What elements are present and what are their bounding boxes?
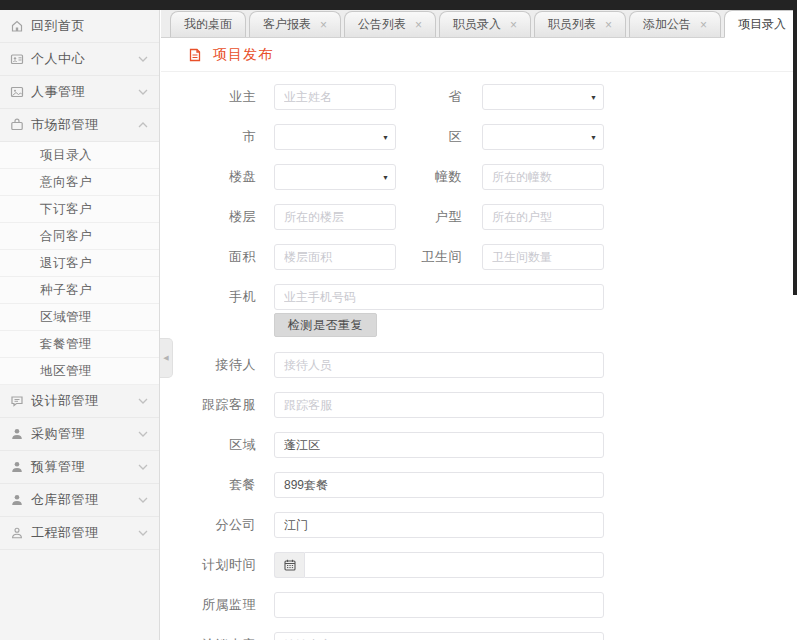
chevron-down-icon [137, 496, 149, 504]
chevron-down-icon [137, 430, 149, 438]
province-select: ▼ [482, 84, 604, 110]
negotiation-input[interactable] [274, 632, 604, 640]
province-select-control[interactable] [482, 84, 604, 110]
briefcase-icon [9, 118, 24, 133]
tab-announcement-list[interactable]: 公告列表× [344, 11, 436, 37]
owner-label: 业主 [161, 88, 274, 106]
block-label: 幢数 [396, 168, 482, 186]
building-select: ▼ [274, 164, 396, 190]
check-duplicate-button[interactable]: 检测是否重复 [274, 313, 377, 337]
branch-input[interactable] [274, 512, 604, 538]
building-select-control[interactable] [274, 164, 396, 190]
owner-input[interactable] [274, 84, 396, 110]
sidebar-item-marketing-management[interactable]: 市场部管理 [0, 109, 159, 142]
phone-input[interactable] [274, 284, 604, 310]
sidebar-item-label: 预算管理 [31, 458, 137, 476]
sidebar-item-warehouse-management[interactable]: 仓库部管理 [0, 484, 159, 517]
subitem-label: 区域管理 [40, 309, 92, 326]
form-row: 洽谈内容 [161, 632, 797, 640]
city-select-control[interactable] [274, 124, 396, 150]
sidebar-item-budget-management[interactable]: 预算管理 [0, 451, 159, 484]
tab-my-desktop[interactable]: 我的桌面 [170, 11, 246, 37]
tab-label: 客户报表 [263, 16, 311, 33]
sidebar-item-hr-management[interactable]: 人事管理 [0, 76, 159, 109]
sidebar-subitem-region-management[interactable]: 区域管理 [0, 304, 159, 331]
form-row: 手机 [161, 284, 797, 310]
sidebar-subitem-order-customer[interactable]: 下订客户 [0, 196, 159, 223]
district-select-control[interactable] [482, 124, 604, 150]
sidebar-subitem-district-management[interactable]: 地区管理 [0, 358, 159, 385]
subitem-label: 地区管理 [40, 363, 92, 380]
unit-type-input[interactable] [482, 204, 604, 230]
sidebar-item-label: 采购管理 [31, 425, 137, 443]
area-input[interactable] [274, 244, 396, 270]
close-icon[interactable]: × [415, 19, 422, 31]
phone-label: 手机 [161, 288, 274, 306]
user-icon [9, 427, 24, 442]
building-label: 楼盘 [161, 168, 274, 186]
form-row: 楼盘 ▼ 幢数 [161, 164, 797, 190]
supervisor-input[interactable] [274, 592, 604, 618]
block-input[interactable] [482, 164, 604, 190]
city-select: ▼ [274, 124, 396, 150]
sidebar-item-label: 设计部管理 [31, 392, 137, 410]
sidebar-item-label: 个人中心 [31, 50, 137, 68]
region-input[interactable] [274, 432, 604, 458]
tab-staff-list[interactable]: 职员列表× [534, 11, 626, 37]
sidebar-item-personal-center[interactable]: 个人中心 [0, 43, 159, 76]
close-icon[interactable]: × [605, 19, 612, 31]
sidebar-item-purchase-management[interactable]: 采购管理 [0, 418, 159, 451]
sidebar-subitem-intention-customer[interactable]: 意向客户 [0, 169, 159, 196]
form-row: 面积 卫生间 [161, 244, 797, 270]
chevron-down-icon [137, 529, 149, 537]
subitem-label: 下订客户 [40, 201, 92, 218]
floor-input[interactable] [274, 204, 396, 230]
plan-time-group [274, 552, 604, 578]
page-title: 项目发布 [213, 46, 273, 64]
close-icon[interactable]: × [510, 19, 517, 31]
tab-customer-report[interactable]: 客户报表× [249, 11, 341, 37]
form-row: 跟踪客服 [161, 392, 797, 418]
main-area: 我的桌面 客户报表× 公告列表× 职员录入× 职员列表× 添加公告× 项目录入×… [161, 10, 797, 640]
sidebar-item-design-management[interactable]: 设计部管理 [0, 385, 159, 418]
sidebar-subitem-seed-customer[interactable]: 种子客户 [0, 277, 159, 304]
form-row: 区域 [161, 432, 797, 458]
page-header: 项目发布 [161, 38, 797, 72]
sidebar-item-engineering-management[interactable]: 工程部管理 [0, 517, 159, 550]
tab-label: 职员列表 [548, 16, 596, 33]
sidebar-subitem-project-entry[interactable]: 项目录入 [0, 142, 159, 169]
tab-label: 职员录入 [453, 16, 501, 33]
sidebar-subitem-contract-customer[interactable]: 合同客户 [0, 223, 159, 250]
close-icon[interactable]: × [700, 19, 707, 31]
chevron-down-icon [137, 397, 149, 405]
sidebar-item-home[interactable]: 回到首页 [0, 10, 159, 43]
subitem-label: 意向客户 [40, 174, 92, 191]
form-row: 接待人 [161, 352, 797, 378]
form-row: 业主 省 ▼ [161, 84, 797, 110]
calendar-icon[interactable] [274, 552, 304, 578]
sidebar-collapse-handle[interactable]: ◀ [160, 338, 173, 378]
chevron-down-icon [137, 55, 149, 63]
negotiation-label: 洽谈内容 [161, 636, 274, 640]
sidebar-subitem-package-management[interactable]: 套餐管理 [0, 331, 159, 358]
tab-staff-entry[interactable]: 职员录入× [439, 11, 531, 37]
sidebar-item-label: 工程部管理 [31, 524, 137, 542]
sidebar-subitem-cancel-customer[interactable]: 退订客户 [0, 250, 159, 277]
plan-time-input[interactable] [304, 552, 604, 578]
package-input[interactable] [274, 472, 604, 498]
close-icon[interactable]: × [320, 19, 327, 31]
sidebar-item-label: 市场部管理 [31, 116, 137, 134]
project-form: 业主 省 ▼ 市 ▼ 区 ▼ [161, 72, 797, 640]
plan-time-label: 计划时间 [161, 556, 274, 574]
subitem-label: 项目录入 [40, 147, 92, 164]
tab-project-entry[interactable]: 项目录入× [724, 10, 797, 38]
chevron-down-icon [137, 463, 149, 471]
receptionist-input[interactable] [274, 352, 604, 378]
tab-add-announcement[interactable]: 添加公告× [629, 11, 721, 37]
photo-icon [9, 85, 24, 100]
form-row: 套餐 [161, 472, 797, 498]
home-icon [9, 19, 24, 34]
bathroom-input[interactable] [482, 244, 604, 270]
unit-type-label: 户型 [396, 208, 482, 226]
tracking-service-input[interactable] [274, 392, 604, 418]
